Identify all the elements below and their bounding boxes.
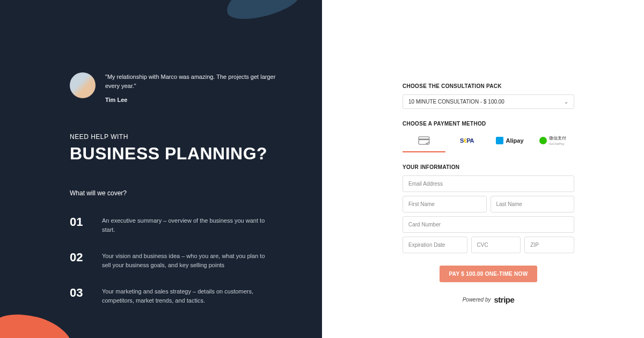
avatar: [70, 72, 96, 98]
pack-selected-value: 10 MINUTE CONSULTATION - $ 100.00: [408, 99, 504, 105]
page-heading: BUSINESS PLANNING?: [70, 144, 322, 164]
pack-select[interactable]: 10 MINUTE CONSULTATION - $ 100.00 ⌄: [402, 94, 574, 109]
item-number: 03: [70, 286, 90, 300]
payment-wechat[interactable]: 微信支付AoChePay: [531, 132, 574, 152]
alipay-logo: Alipay: [496, 137, 523, 144]
chevron-down-icon: ⌄: [564, 99, 568, 105]
first-name-field[interactable]: [402, 196, 487, 212]
payment-sepa[interactable]: S€PA: [445, 132, 488, 152]
zip-field[interactable]: [524, 237, 574, 253]
card-number-field[interactable]: [402, 216, 574, 233]
list-item: 01 An executive summary – overview of th…: [70, 215, 322, 234]
right-panel: CHOOSE THE CONSULTATION PACK 10 MINUTE C…: [322, 0, 644, 338]
list-item: 02 Your vision and business idea – who y…: [70, 251, 322, 270]
testimonial-quote: "My relationship with Marco was amazing.…: [105, 72, 279, 90]
info-label: YOUR INFORMATION: [402, 164, 574, 170]
item-desc: Your marketing and sales strategy – deta…: [102, 286, 274, 305]
credit-card-icon: [418, 136, 430, 145]
pack-label: CHOOSE THE CONSULTATION PACK: [402, 83, 574, 89]
last-name-field[interactable]: [491, 196, 575, 212]
item-desc: Your vision and business idea – who you …: [102, 251, 274, 270]
item-desc: An executive summary – overview of the b…: [102, 215, 274, 234]
decor-top: [223, 0, 304, 25]
payment-card[interactable]: [402, 132, 445, 152]
cover-question: What will we cover?: [70, 189, 322, 197]
method-label: CHOOSE A PAYMENT METHOD: [402, 121, 574, 127]
expiration-field[interactable]: [402, 237, 467, 253]
decor-bottom: [0, 306, 79, 338]
item-number: 02: [70, 251, 90, 264]
email-field[interactable]: [402, 175, 574, 192]
cvc-field[interactable]: [471, 237, 521, 253]
payment-methods: S€PA Alipay 微信支付AoChePay: [402, 132, 574, 152]
list-item: 03 Your marketing and sales strategy – d…: [70, 286, 322, 305]
testimonial-author: Tim Lee: [105, 97, 279, 103]
payment-alipay[interactable]: Alipay: [488, 132, 531, 152]
wechat-logo: 微信支付AoChePay: [539, 135, 566, 146]
stripe-logo: stripe: [494, 295, 514, 304]
powered-by: Powered by stripe: [402, 295, 574, 304]
pay-button[interactable]: PAY $ 100.00 ONE-TIME NOW: [440, 266, 538, 282]
cover-items: 01 An executive summary – overview of th…: [70, 215, 322, 305]
left-panel: "My relationship with Marco was amazing.…: [0, 0, 322, 338]
subheading: NEED HELP WITH: [70, 133, 322, 141]
testimonial: "My relationship with Marco was amazing.…: [70, 72, 322, 103]
item-number: 01: [70, 215, 90, 229]
sepa-logo: S€PA: [460, 137, 474, 144]
svg-rect-1: [419, 138, 429, 140]
